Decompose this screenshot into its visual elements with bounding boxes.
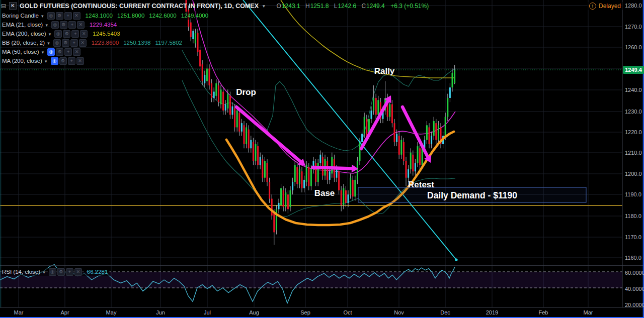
candle [433, 121, 435, 136]
delayed-badge[interactable]: ! Delayed [587, 2, 623, 10]
plus-icon[interactable]: + [68, 57, 75, 65]
chevron-down-icon[interactable]: ▾ [263, 4, 265, 9]
candle [236, 111, 238, 127]
candle [452, 73, 453, 87]
candle [310, 169, 312, 186]
legend-row: EMA (21, close) ▾◎⚙+✕1229.4354 [1, 21, 119, 29]
annotation-drop[interactable]: Drop [236, 87, 256, 97]
candle [426, 125, 428, 140]
gear-icon[interactable]: ⚙ [56, 12, 63, 20]
eye-icon[interactable]: ◎ [49, 268, 56, 276]
eye-icon[interactable]: ◎ [51, 57, 58, 65]
price-axis-label: 1230.0 [625, 109, 642, 115]
time-axis[interactable]: MarAprMayJunJulAugSepOctNovDec2019FebMar [14, 309, 593, 315]
annotation-rally[interactable]: Rally [374, 66, 395, 76]
candle [319, 155, 321, 163]
plus-icon[interactable]: + [68, 21, 76, 29]
eye-icon[interactable]: ◎ [47, 48, 55, 56]
plus-icon[interactable]: + [64, 12, 72, 20]
candle [396, 134, 397, 142]
close-icon[interactable]: ✕ [77, 21, 85, 29]
trendline-cyan[interactable] [243, 0, 456, 260]
indicator-label[interactable]: BB (20, close, 2) ▾ [2, 40, 50, 46]
demand-zone-label[interactable]: Daily Demand - $1190 [427, 190, 517, 200]
close-icon[interactable]: ✕ [80, 30, 88, 38]
plus-icon[interactable]: + [71, 30, 79, 38]
indicator-label[interactable]: Boring Candle ▾ [2, 13, 44, 19]
eye-icon[interactable]: ◎ [51, 21, 59, 29]
price-axis-label: 1190.0 [625, 191, 641, 197]
candle [213, 91, 215, 98]
candle [278, 203, 280, 209]
plus-icon[interactable]: + [70, 39, 78, 47]
price-axis-label: 1260.0 [625, 44, 642, 50]
candle [306, 165, 307, 182]
price-axis-label: 1200.0 [625, 171, 642, 177]
legend-row: BB (20, close, 2) ▾◎⚙+✕1223.86001250.139… [1, 39, 184, 47]
candle [419, 148, 421, 165]
candle [406, 161, 407, 177]
candle [204, 75, 205, 83]
price-axis-label: 1280.0 [625, 3, 642, 9]
close-icon[interactable]: ✕ [73, 12, 80, 20]
price-axis[interactable]: 1280.01270.01260.01240.01230.01220.01210… [623, 3, 644, 308]
indicator-label[interactable]: RSI (14, close) ▾ [2, 269, 45, 275]
close-icon[interactable]: ✕ [73, 48, 80, 56]
time-axis-label: Nov [394, 309, 404, 315]
plus-icon[interactable]: + [64, 48, 72, 56]
trendline-endpoint[interactable] [455, 258, 457, 261]
rsi-legend: RSI (14, close) ▾◎⚙+✕66.2281 [1, 268, 110, 276]
high-label: H [305, 3, 310, 10]
legend-row: RSI (14, close) ▾◎⚙+✕66.2281 [1, 268, 110, 276]
close-icon[interactable]: ✕ [79, 39, 87, 47]
candle [403, 142, 405, 161]
eye-icon[interactable]: ◎ [54, 30, 62, 38]
chevron-down-icon[interactable]: ▾ [41, 14, 44, 19]
time-axis-label: Jul [204, 309, 211, 315]
time-axis-label: Feb [539, 309, 548, 315]
legend-row: MA (50, close) ▾◎⚙+✕ [1, 48, 83, 56]
candle [415, 163, 416, 172]
indicator-value: 1245.5403 [93, 31, 120, 37]
indicator-value: 1250.1398 [123, 40, 150, 46]
candle [366, 119, 367, 136]
indicator-label[interactable]: EMA (200, close) ▾ [2, 31, 51, 37]
indicator-label[interactable]: MA (200, close) ▾ [2, 58, 47, 64]
chevron-down-icon[interactable]: ▾ [47, 41, 50, 46]
annotation-base[interactable]: Base [314, 188, 335, 198]
candle [220, 89, 222, 104]
indicator-label[interactable]: EMA (21, close) ▾ [2, 22, 48, 28]
annotation-retest[interactable]: Retest [408, 180, 434, 189]
gear-icon[interactable]: ⚙ [62, 39, 69, 47]
symbol-logo-icon: K [9, 2, 17, 10]
candle [257, 146, 259, 165]
legend-collapse-icon[interactable]: ⊟ [1, 3, 6, 10]
indicator-value: 1243.1000 [86, 13, 113, 19]
gear-icon[interactable]: ⚙ [63, 30, 70, 38]
candle [449, 87, 451, 98]
close-icon[interactable]: ✕ [74, 268, 82, 276]
eye-icon[interactable]: ◎ [53, 39, 61, 47]
chevron-down-icon[interactable]: ▾ [49, 32, 51, 37]
gear-icon[interactable]: ⚙ [59, 57, 67, 65]
candle [246, 127, 247, 144]
candle [412, 155, 414, 171]
eye-icon[interactable]: ◎ [47, 12, 55, 20]
chevron-down-icon[interactable]: ▾ [45, 23, 48, 28]
chevron-down-icon[interactable]: ▾ [45, 59, 47, 64]
candle [447, 98, 448, 117]
indicator-label[interactable]: MA (50, close) ▾ [2, 49, 44, 55]
candle [336, 169, 338, 178]
symbol-title[interactable]: GOLD FUTURES (CONTINUOUS: CURRENT CONTRA… [20, 3, 259, 10]
gear-icon[interactable]: ⚙ [56, 48, 63, 56]
gear-icon[interactable]: ⚙ [60, 21, 67, 29]
indicator-value: 1242.6000 [149, 13, 176, 19]
chevron-down-icon[interactable]: ▾ [43, 270, 45, 275]
gear-icon[interactable]: ⚙ [57, 268, 65, 276]
chevron-down-icon[interactable]: ▾ [42, 50, 44, 55]
candle [296, 167, 298, 184]
close-icon[interactable]: ✕ [76, 57, 84, 65]
candle [445, 117, 446, 136]
plus-icon[interactable]: + [66, 268, 73, 276]
candle [331, 157, 333, 173]
